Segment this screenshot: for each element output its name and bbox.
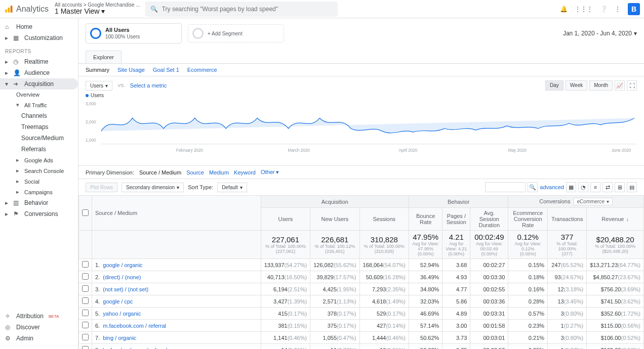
row-checkbox[interactable] <box>82 334 89 340</box>
sidebar-item-treemaps[interactable]: Treemaps <box>0 121 78 133</box>
source-link[interactable]: 5. yahoo / organic <box>92 308 261 320</box>
plot-rows-button[interactable]: Plot Rows <box>86 183 117 192</box>
group-acquisition: Acquisition <box>261 196 409 208</box>
segment-all-users[interactable]: All Users100.00% Users <box>86 23 182 43</box>
col-revenue[interactable]: Revenue↓ <box>587 208 644 231</box>
sidebar-item-social[interactable]: ▸Social <box>0 176 78 187</box>
sidebar-item-realtime[interactable]: ▸◷Realtime <box>0 56 78 67</box>
col-users[interactable]: Users <box>261 208 310 231</box>
search-icon[interactable]: 🔍 <box>528 182 538 192</box>
source-link[interactable]: 4. google / cpc <box>92 295 261 308</box>
secondary-dimension-dropdown[interactable]: Secondary dimension ▾ <box>122 183 184 192</box>
performance-view-icon[interactable]: ≡ <box>590 182 600 192</box>
row-checkbox[interactable] <box>82 346 89 349</box>
term-cloud-icon[interactable]: ▤ <box>627 182 637 192</box>
view-picker[interactable]: 1 Master View▾ <box>55 8 140 15</box>
row-checkbox[interactable] <box>82 322 89 328</box>
advanced-filter-link[interactable]: advanced <box>540 184 564 190</box>
col-ecr[interactable]: Ecommerce Conversion Rate <box>508 208 548 231</box>
pie-view-icon[interactable]: ◔ <box>578 182 588 192</box>
add-segment-button[interactable]: + Add Segment <box>188 24 284 42</box>
kebab-icon[interactable]: ⋮ <box>615 6 621 13</box>
table-view-icon[interactable]: ▦ <box>566 182 576 192</box>
col-asd[interactable]: Avg. Session Duration <box>470 208 508 231</box>
chart-toggle-icon[interactable]: 📈 <box>615 80 625 91</box>
sidebar-item-channels[interactable]: Channels <box>0 110 78 121</box>
sidebar-item-overview[interactable]: Overview <box>0 90 78 100</box>
sidebar-item-all-traffic[interactable]: ▾All Traffic <box>0 100 78 110</box>
svg-rect-0 <box>5 9 7 12</box>
comparison-view-icon[interactable]: ⇄ <box>602 182 613 192</box>
apps-icon[interactable]: ⋮⋮⋮ <box>575 6 593 13</box>
row-checkbox[interactable] <box>82 261 89 268</box>
col-pps[interactable]: Pages / Session <box>442 208 470 231</box>
search-bar[interactable]: 🔍 <box>145 2 338 17</box>
col-source-medium[interactable]: Source / Medium <box>92 196 261 231</box>
select-metric-link[interactable]: Select a metric <box>130 82 167 89</box>
col-sessions[interactable]: Sessions <box>359 208 409 231</box>
metric-selector[interactable]: Users ▾ <box>86 81 112 91</box>
row-checkbox[interactable] <box>82 297 89 304</box>
subtab-summary[interactable]: Summary <box>86 67 109 73</box>
svg-text:June 2020: June 2020 <box>612 148 631 153</box>
app-logo[interactable]: Analytics <box>4 5 49 14</box>
sidebar-item-search-console[interactable]: ▸Search Console <box>0 165 78 176</box>
avatar[interactable]: B <box>628 3 640 15</box>
sidebar-item-customization[interactable]: ▸▦Customization <box>0 32 78 43</box>
dim-medium[interactable]: Medium <box>209 169 229 176</box>
behavior-icon: ▥ <box>13 199 20 206</box>
sidebar-item-admin[interactable]: ⚙Admin <box>0 333 78 344</box>
sidebar-item-source-medium[interactable]: Source/Medium <box>0 133 78 144</box>
granularity-month[interactable]: Month <box>589 80 613 91</box>
dim-other[interactable]: Other ▾ <box>261 169 279 176</box>
conversion-dropdown[interactable]: eCommerce ▾ <box>574 198 613 205</box>
table-search-input[interactable] <box>485 182 526 192</box>
tab-explorer[interactable]: Explorer <box>86 51 122 63</box>
sidebar-item-behavior[interactable]: ▸▥Behavior <box>0 197 78 208</box>
select-all-checkbox[interactable] <box>82 209 89 216</box>
sidebar-item-conversions[interactable]: ▸⚑Conversions <box>0 208 78 220</box>
source-link[interactable]: 2. (direct) / (none) <box>92 271 261 283</box>
sidebar-item-acquisition[interactable]: ▾➜Acquisition <box>0 78 78 90</box>
motion-chart-icon[interactable]: ⛶ <box>627 80 637 91</box>
breadcrumb[interactable]: All accounts > Google Merchandise ... 1 … <box>55 2 140 15</box>
dim-source[interactable]: Source <box>186 169 204 176</box>
granularity-week[interactable]: Week <box>566 80 587 91</box>
sidebar-item-discover[interactable]: ◎Discover <box>0 322 78 333</box>
help-icon[interactable]: ❔ <box>600 6 608 13</box>
source-link[interactable]: 8. lm.facebook.com / referral <box>92 344 261 350</box>
data-table: Source / Medium Acquisition Behavior Con… <box>78 195 644 349</box>
dim-keyword[interactable]: Keyword <box>234 169 256 176</box>
svg-text:February 2020: February 2020 <box>176 148 204 153</box>
sidebar-item-audience[interactable]: ▸👤Audience <box>0 67 78 78</box>
source-link[interactable]: 1. google / organic <box>92 259 261 271</box>
subtab-goal1[interactable]: Goal Set 1 <box>153 67 179 73</box>
sidebar-item-attribution[interactable]: ✧AttributionBETA <box>0 311 78 322</box>
source-link[interactable]: 7. bing / organic <box>92 332 261 344</box>
sidebar-item-home[interactable]: ⌂Home <box>0 21 78 32</box>
sort-type-dropdown[interactable]: Default ▾ <box>217 183 247 192</box>
row-checkbox[interactable] <box>82 285 89 292</box>
col-new-users[interactable]: New Users <box>310 208 359 231</box>
row-checkbox[interactable] <box>82 273 89 280</box>
subtab-site-usage[interactable]: Site Usage <box>117 67 145 73</box>
search-input[interactable] <box>162 6 333 13</box>
source-link[interactable]: 6. m.facebook.com / referral <box>92 320 261 332</box>
date-range-picker[interactable]: Jan 1, 2020 - Jun 4, 2020▾ <box>563 30 637 37</box>
sidebar-item-google-ads[interactable]: ▸Google Ads <box>0 155 78 165</box>
col-txn[interactable]: Transactions <box>548 208 587 231</box>
source-link[interactable]: 3. (not set) / (not set) <box>92 283 261 295</box>
granularity-day[interactable]: Day <box>545 80 564 91</box>
svg-rect-1 <box>8 8 10 13</box>
row-checkbox[interactable] <box>82 310 89 316</box>
sidebar-item-campaigns[interactable]: ▸Campaigns <box>0 187 78 197</box>
subtab-ecommerce[interactable]: Ecommerce <box>187 67 217 73</box>
bell-icon[interactable]: 🔔 <box>560 6 568 13</box>
pivot-view-icon[interactable]: ⊞ <box>615 182 625 192</box>
sidebar-item-referrals[interactable]: Referrals <box>0 144 78 155</box>
table-row: 4. google / cpc 3,427(1.39%) 2,571(1.13%… <box>79 295 644 308</box>
chart-legend: Users <box>91 93 104 98</box>
col-bounce[interactable]: Bounce Rate <box>409 208 442 231</box>
dim-source-medium[interactable]: Source / Medium <box>139 169 181 176</box>
attribution-icon: ✧ <box>5 313 12 320</box>
